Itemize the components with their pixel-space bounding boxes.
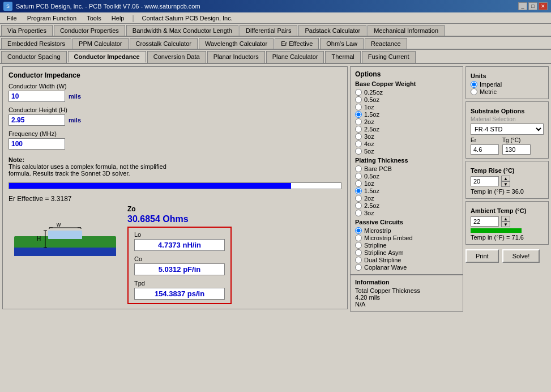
height-unit: mils — [69, 117, 81, 123]
radio-item-4: 2oz — [355, 118, 458, 125]
temp-rise-input[interactable] — [471, 176, 499, 186]
action-row: Print Solve! — [465, 249, 549, 263]
menu-file[interactable]: File — [2, 14, 22, 22]
radio-platingThickness-6[interactable] — [355, 210, 362, 216]
tab-crosstalk-calculator[interactable]: Crosstalk Calculator — [130, 38, 198, 49]
results-section: Zo 30.6854 Ohms Lo Co Tpd — [127, 205, 232, 304]
tg-field: Tg (°C) — [502, 137, 531, 155]
ambient-temp-display: Temp in (°F) = 71.6 — [471, 234, 544, 241]
tab-er-effective[interactable]: Er Effective — [275, 38, 319, 49]
window-controls[interactable]: _ □ ✕ — [518, 2, 548, 10]
ambient-temp-spinner[interactable]: ▲ ▼ — [501, 216, 510, 227]
ambient-temp-input[interactable] — [471, 216, 499, 227]
radio-baseCopperWeight-5[interactable] — [355, 126, 362, 133]
tab-bandwidth--max-conductor-length[interactable]: Bandwidth & Max Conductor Length — [126, 25, 238, 36]
menu-program-function[interactable]: Program Function — [23, 14, 81, 22]
ambient-up[interactable]: ▲ — [501, 216, 510, 221]
radio-platingThickness-4[interactable] — [355, 195, 362, 202]
maximize-button[interactable]: □ — [528, 2, 537, 10]
temp-rise-section: Temp Rise (°C) ▲ ▼ Temp in (°F) = 36.0 — [465, 161, 549, 199]
height-row: mils — [8, 114, 341, 126]
radio-baseCopperWeight-3[interactable] — [355, 111, 362, 118]
tab-mechanical-information[interactable]: Mechanical Information — [368, 25, 445, 36]
radio-platingThickness-3[interactable] — [355, 188, 362, 194]
er-input[interactable] — [471, 144, 499, 155]
tab-ppm-calculator[interactable]: PPM Calculator — [72, 38, 128, 49]
freq-input[interactable] — [8, 138, 65, 150]
radio-platingThickness-1[interactable] — [355, 173, 362, 180]
tab-differential-pairs[interactable]: Differential Pairs — [240, 25, 298, 36]
tab-planar-inductors[interactable]: Planar Inductors — [207, 51, 265, 63]
tab-embedded-resistors[interactable]: Embedded Resistors — [1, 38, 71, 49]
base-copper-label: Base Copper Weight — [355, 80, 458, 87]
passive-group: MicrostripMicrostrip EmbedStriplineStrip… — [355, 227, 458, 271]
radio-label-2: Stripline — [364, 242, 387, 249]
radio-label-8: 5oz — [364, 148, 374, 155]
radio-baseCopperWeight-6[interactable] — [355, 133, 362, 140]
freq-row — [8, 138, 341, 150]
radio-units-1[interactable] — [471, 88, 477, 95]
tab-row-2: Embedded ResistorsPPM CalculatorCrosstal… — [0, 37, 551, 50]
tab-reactance[interactable]: Reactance — [365, 38, 407, 49]
radio-baseCopperWeight-4[interactable] — [355, 118, 362, 125]
ambient-down[interactable]: ▼ — [501, 221, 510, 227]
radio-platingThickness-2[interactable] — [355, 180, 362, 187]
tab-plane-calculator[interactable]: Plane Calculator — [266, 51, 324, 63]
radio-passiveCircuits-0[interactable] — [355, 227, 362, 234]
height-input[interactable] — [8, 114, 65, 126]
zo-label: Zo — [127, 205, 232, 213]
temp-rise-down[interactable]: ▼ — [501, 181, 510, 187]
temp-rise-spinner[interactable]: ▲ ▼ — [501, 176, 510, 187]
note-section: Note: This calculator uses a complex for… — [8, 154, 341, 179]
radio-units-0[interactable] — [471, 81, 477, 88]
material-select[interactable]: FR-4 STD FR-4 Rogers 4003 — [471, 123, 544, 135]
temp-rise-up[interactable]: ▲ — [501, 176, 510, 181]
radio-item-4: Dual Stripline — [355, 257, 458, 263]
options-title: Options — [355, 70, 458, 78]
tab-conductor-spacing[interactable]: Conductor Spacing — [1, 51, 67, 63]
tab-conductor-properties[interactable]: Conductor Properties — [54, 25, 125, 36]
close-button[interactable]: ✕ — [539, 2, 548, 10]
radio-baseCopperWeight-8[interactable] — [355, 148, 362, 155]
menu-tools[interactable]: Tools — [82, 14, 106, 22]
radio-passiveCircuits-2[interactable] — [355, 242, 362, 249]
tab-padstack-calculator[interactable]: Padstack Calculator — [298, 25, 366, 36]
radio-passiveCircuits-1[interactable] — [355, 235, 362, 241]
radio-label-4: 2oz — [364, 195, 374, 202]
radio-baseCopperWeight-2[interactable] — [355, 104, 362, 110]
radio-label-2: 1oz — [364, 180, 374, 187]
menu-contact[interactable]: Contact Saturn PCB Design, Inc. — [138, 14, 237, 22]
radio-item-3: 1.5oz — [355, 111, 458, 118]
tab-ohms-law[interactable]: Ohm's Law — [320, 38, 364, 49]
tab-fusing-current[interactable]: Fusing Current — [362, 51, 416, 63]
radio-passiveCircuits-5[interactable] — [355, 264, 362, 271]
radio-label-4: 2oz — [364, 118, 374, 125]
lo-label: Lo — [134, 231, 225, 238]
radio-platingThickness-0[interactable] — [355, 165, 362, 172]
radio-passiveCircuits-4[interactable] — [355, 257, 362, 263]
substrate-title: Substrate Options — [471, 108, 544, 114]
tab-thermal[interactable]: Thermal — [325, 51, 360, 63]
radio-baseCopperWeight-0[interactable] — [355, 89, 362, 96]
radio-baseCopperWeight-1[interactable] — [355, 96, 362, 103]
tab-conversion-data[interactable]: Conversion Data — [147, 51, 206, 63]
radio-platingThickness-5[interactable] — [355, 202, 362, 209]
tab-conductor-impedance[interactable]: Conductor Impedance — [68, 51, 146, 63]
right-content: Options Base Copper Weight 0.25oz0.5oz1o… — [350, 66, 549, 312]
solve-button[interactable]: Solve! — [502, 249, 540, 263]
radio-label-6: 3oz — [364, 133, 374, 140]
width-input[interactable] — [8, 91, 65, 102]
radio-label-1: 0.5oz — [364, 173, 379, 180]
conductor-impedance-section: Conductor Impedance Conductor Width (W) … — [2, 66, 348, 309]
radio-label-3: 1.5oz — [364, 188, 379, 194]
note-label: Note: — [8, 156, 24, 163]
section-title: Conductor Impedance — [8, 71, 341, 79]
minimize-button[interactable]: _ — [518, 2, 527, 10]
tg-input[interactable] — [502, 144, 531, 155]
tab-via-properties[interactable]: Via Properties — [1, 25, 53, 36]
radio-passiveCircuits-3[interactable] — [355, 249, 362, 256]
menu-help[interactable]: Help — [107, 14, 129, 22]
tab-wavelength-calculator[interactable]: Wavelength Calculator — [199, 38, 274, 49]
print-button[interactable]: Print — [465, 249, 499, 263]
radio-baseCopperWeight-7[interactable] — [355, 140, 362, 147]
